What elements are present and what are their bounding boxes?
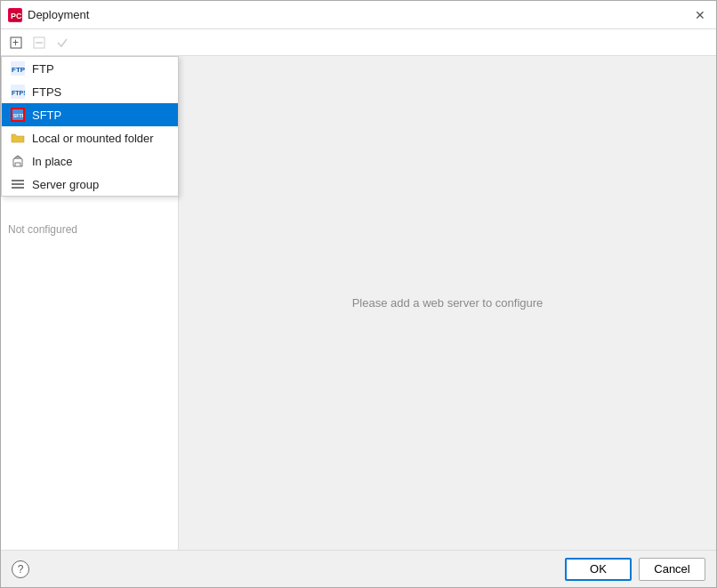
svg-text:SFTP: SFTP — [13, 113, 23, 118]
footer-left: ? — [12, 560, 29, 578]
cancel-button[interactable]: Cancel — [639, 558, 705, 581]
sidebar: FTP FTP FTPS FTPS — [1, 56, 179, 550]
ftp-icon: FTP — [11, 61, 25, 76]
local-folder-icon — [11, 131, 25, 145]
menu-item-sftp[interactable]: SFTP SFTP — [2, 103, 178, 126]
title-bar: PC Deployment ✕ — [1, 1, 716, 29]
svg-text:+: + — [12, 36, 19, 49]
toolbar: + — [1, 29, 716, 56]
servergroup-icon — [11, 177, 25, 191]
local-label: Local or mounted folder — [32, 132, 154, 145]
dropdown-menu: FTP FTP FTPS FTPS — [1, 56, 179, 197]
svg-rect-12 — [12, 180, 24, 181]
sftp-label: SFTP — [32, 109, 61, 122]
sftp-icon: SFTP — [11, 108, 25, 122]
not-configured-text: Not configured — [1, 216, 178, 243]
menu-item-local[interactable]: Local or mounted folder — [2, 126, 178, 149]
ok-button[interactable]: OK — [565, 558, 632, 581]
servergroup-label: Server group — [32, 178, 99, 191]
inplace-icon — [11, 154, 25, 168]
svg-text:FTP: FTP — [12, 66, 25, 74]
inplace-label: In place — [32, 155, 73, 168]
title-bar-left: PC Deployment — [8, 8, 89, 22]
ftps-label: FTPS — [32, 85, 61, 99]
menu-item-servergroup[interactable]: Server group — [2, 173, 178, 196]
app-icon: PC — [8, 8, 22, 22]
svg-rect-14 — [12, 187, 24, 189]
close-button[interactable]: ✕ — [691, 6, 709, 24]
menu-item-ftps[interactable]: FTPS FTPS — [2, 80, 178, 103]
help-button[interactable]: ? — [12, 560, 29, 578]
right-panel: Please add a web server to configure — [179, 56, 716, 550]
svg-text:PC: PC — [11, 12, 21, 20]
svg-rect-13 — [12, 183, 24, 185]
window-title: Deployment — [28, 8, 89, 21]
ftps-icon: FTPS — [11, 85, 25, 99]
svg-text:FTPS: FTPS — [12, 90, 25, 96]
footer-right: OK Cancel — [565, 558, 705, 581]
deployment-window: PC Deployment ✕ + — [0, 0, 717, 588]
placeholder-text: Please add a web server to configure — [352, 296, 544, 310]
remove-button[interactable] — [29, 33, 49, 52]
main-content: FTP FTP FTPS FTPS — [1, 56, 716, 550]
footer: ? OK Cancel — [1, 550, 716, 587]
confirm-button[interactable] — [52, 33, 72, 52]
add-button[interactable]: + — [6, 33, 26, 52]
menu-item-ftp[interactable]: FTP FTP — [2, 57, 178, 80]
ftp-label: FTP — [32, 62, 54, 76]
menu-item-inplace[interactable]: In place — [2, 149, 178, 173]
